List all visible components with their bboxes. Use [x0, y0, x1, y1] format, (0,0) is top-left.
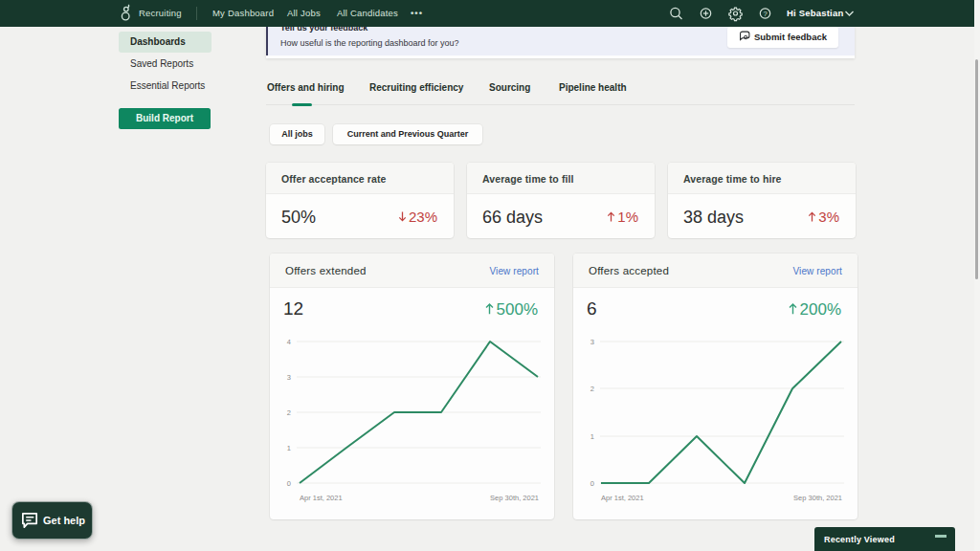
svg-text:2: 2 — [590, 385, 594, 393]
svg-text:3: 3 — [287, 373, 291, 382]
svg-text:1: 1 — [590, 432, 594, 441]
svg-text:3: 3 — [590, 338, 594, 346]
svg-text:Apr 1st, 2021: Apr 1st, 2021 — [601, 494, 644, 502]
svg-text:1: 1 — [287, 444, 291, 452]
svg-text:0: 0 — [590, 479, 594, 488]
svg-text:?: ? — [763, 10, 767, 18]
svg-text:0: 0 — [287, 479, 291, 488]
svg-text:4: 4 — [287, 338, 291, 346]
svg-text:Sep 30th, 2021: Sep 30th, 2021 — [490, 494, 539, 502]
svg-text:Sep 30th, 2021: Sep 30th, 2021 — [793, 494, 842, 502]
svg-text:Apr 1st, 2021: Apr 1st, 2021 — [300, 494, 343, 502]
svg-text:2: 2 — [287, 408, 291, 417]
